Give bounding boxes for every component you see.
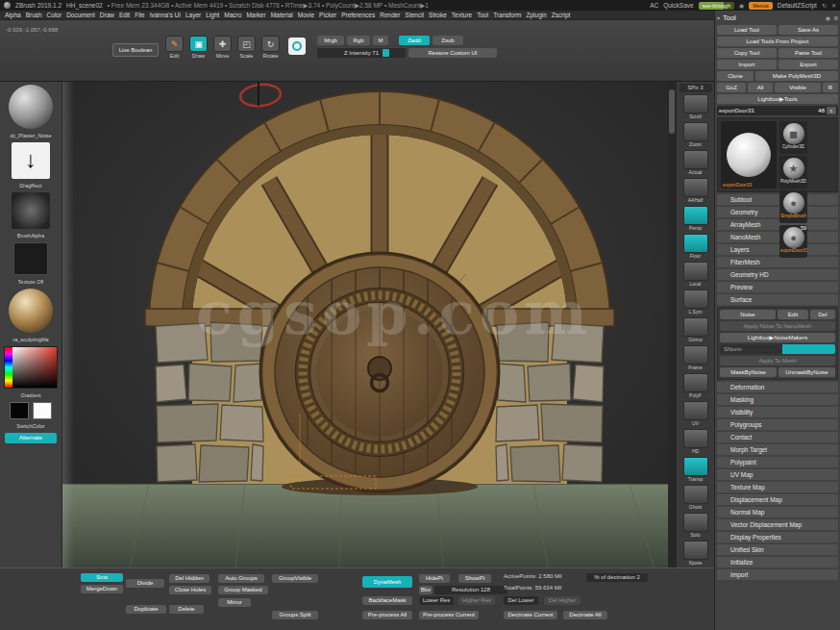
viewport[interactable]: cgsop.com: [62, 82, 668, 567]
duplicate-button[interactable]: Duplicate: [126, 605, 166, 614]
menu-item[interactable]: Texture: [452, 12, 472, 18]
tool-thumbnail[interactable]: ● SimpleBrush: [779, 190, 807, 223]
tool-section-header[interactable]: Normal Map: [717, 507, 838, 517]
target-icon[interactable]: ◉: [739, 2, 744, 9]
menu-item[interactable]: Picker: [319, 12, 336, 18]
divide-button[interactable]: Divide: [126, 579, 164, 588]
tool-section-header[interactable]: UV Map: [717, 469, 838, 480]
clone-button[interactable]: Clone: [717, 71, 754, 81]
default-zscript-button[interactable]: DefaultZScript: [778, 2, 817, 9]
rotate-button[interactable]: ↻ Rotate: [261, 36, 280, 59]
menu-item[interactable]: Ivanna's UI: [150, 12, 181, 18]
spix-slider[interactable]: SPix 3: [679, 84, 712, 92]
backface-mask-button[interactable]: BackfaceMask: [362, 596, 412, 605]
live-boolean-button[interactable]: Live Boolean: [112, 43, 159, 57]
resolution-slider[interactable]: Resolution 128: [434, 586, 507, 594]
menu-item[interactable]: Edit: [119, 12, 130, 18]
brush-thumbnail[interactable]: [9, 85, 53, 129]
tool-section-header[interactable]: Layers: [717, 244, 838, 255]
lightbox-tools-button[interactable]: Lightbox▶Tools: [717, 94, 838, 104]
shelf-toggle-button[interactable]: Solo: [683, 513, 708, 541]
import-button[interactable]: Import: [717, 60, 777, 69]
brush-preview-icon[interactable]: [288, 38, 306, 55]
tool-section-header[interactable]: Vector Displacement Map: [717, 519, 838, 530]
decimation-percent-slider[interactable]: % of decimation 2: [586, 573, 648, 582]
active-tool-thumbnail[interactable]: exportDoor33: [721, 121, 777, 189]
tool-section-header[interactable]: Deformation: [717, 382, 838, 392]
menu-item[interactable]: Stencil: [406, 12, 425, 18]
export-button[interactable]: Export: [778, 60, 838, 69]
mask-by-noise-button[interactable]: MaskByNoise: [720, 367, 777, 377]
apply-to-mesh-button[interactable]: Apply To Mesh: [720, 356, 835, 365]
pin-icon[interactable]: ◉: [826, 14, 830, 21]
shelf-toggle-button[interactable]: Local: [683, 262, 708, 290]
menu-item[interactable]: Transform: [493, 12, 521, 18]
saturation-square[interactable]: [12, 347, 57, 388]
mrgb-button[interactable]: Mrgb: [317, 36, 344, 45]
menu-item[interactable]: Macro: [224, 12, 241, 18]
menu-item[interactable]: Light: [206, 12, 219, 18]
alternate-button[interactable]: Alternate: [5, 433, 57, 443]
pre-process-all-button[interactable]: Pre-process All: [362, 611, 412, 619]
slider-thumb[interactable]: [383, 49, 389, 57]
goz-button[interactable]: GoZ: [717, 83, 746, 92]
alpha-thumbnail[interactable]: [12, 192, 50, 229]
zsub-button[interactable]: Zsub: [432, 36, 463, 45]
groups-split-button[interactable]: Groups Split: [272, 611, 318, 619]
shelf-toggle-button[interactable]: L.Sym: [683, 290, 708, 317]
close-icon[interactable]: ✕: [831, 2, 836, 9]
m-button[interactable]: M: [373, 36, 388, 45]
draw-button[interactable]: ▣ Draw: [189, 36, 208, 59]
shelf-toggle-button[interactable]: Transp: [683, 457, 708, 485]
menu-item[interactable]: Tool: [477, 12, 488, 18]
shelf-toggle-button[interactable]: Frame: [683, 345, 708, 373]
shelf-toggle-button[interactable]: Floor: [683, 234, 708, 262]
del-hidden-button[interactable]: Del Hidden: [169, 574, 210, 583]
showpt-button[interactable]: ShowPt: [458, 574, 491, 583]
sms-button[interactable]: Sms: [81, 573, 123, 582]
tool-section-header[interactable]: Subtool: [717, 194, 838, 205]
tool-section-header[interactable]: Geometry: [717, 207, 838, 217]
copy-tool-button[interactable]: Copy Tool: [717, 48, 777, 58]
zadd-button[interactable]: Zadd: [399, 36, 430, 45]
tool-section-header[interactable]: Geometry HD: [717, 269, 838, 280]
unmask-by-noise-button[interactable]: UnmaskByNoise: [778, 367, 835, 377]
color-picker[interactable]: [4, 346, 58, 389]
noise-del-button[interactable]: Del: [810, 310, 835, 319]
menu-item[interactable]: Preferences: [341, 12, 375, 18]
menu-item[interactable]: Brush: [26, 12, 42, 18]
canvas-scrollbar[interactable]: [668, 82, 676, 567]
del-lower-button[interactable]: Del Lower: [504, 596, 538, 605]
tool-item-slider[interactable]: exportDoor33. 48 ≡: [717, 106, 838, 115]
tool-section-header[interactable]: NanoMesh: [717, 232, 838, 242]
lower-res-button[interactable]: Lower Res: [419, 596, 454, 605]
noise-edit-button[interactable]: Edit: [778, 310, 808, 319]
shelf-toggle-button[interactable]: Scroll: [683, 94, 708, 122]
goz-all-button[interactable]: All: [748, 83, 773, 92]
texture-thumbnail[interactable]: [13, 242, 48, 275]
document-canvas[interactable]: cgsop.com: [62, 82, 668, 567]
list-icon[interactable]: ≡: [827, 107, 836, 114]
menus-button[interactable]: Menus: [749, 2, 773, 10]
tool-thumbnail[interactable]: ◼ Cylinder3D: [779, 121, 807, 154]
menu-item[interactable]: Draw: [100, 12, 114, 18]
restore-custom-ui-button[interactable]: Restore Custom UI: [408, 48, 497, 58]
shelf-toggle-button[interactable]: AAHalf: [683, 178, 708, 206]
pre-process-current-button[interactable]: Pre-process Current: [419, 611, 479, 619]
hue-strip[interactable]: [5, 347, 12, 388]
stroke-thumbnail[interactable]: ↓: [12, 142, 50, 179]
save-as-button[interactable]: Save As: [778, 25, 838, 35]
shelf-toggle-button[interactable]: Gizmo: [683, 317, 708, 345]
group-masked-button[interactable]: Group Masked: [218, 586, 268, 594]
tool-section-header[interactable]: FiberMesh: [717, 257, 838, 267]
blur-button[interactable]: Blur: [419, 586, 432, 594]
tool-section-header[interactable]: Morph Target: [717, 444, 838, 455]
menu-item[interactable]: Alpha: [5, 12, 21, 18]
tool-thumbnail[interactable]: ★ PolyMesh3D: [779, 156, 807, 189]
dynamesh-button[interactable]: DynaMesh: [362, 576, 412, 588]
paste-tool-button[interactable]: Paste Tool: [778, 48, 838, 58]
menu-icon[interactable]: ≣: [833, 14, 838, 21]
tool-section-header[interactable]: Initialize: [717, 557, 838, 567]
collapse-icon[interactable]: ▾: [717, 14, 720, 21]
shelf-toggle-button[interactable]: UV: [683, 401, 708, 429]
